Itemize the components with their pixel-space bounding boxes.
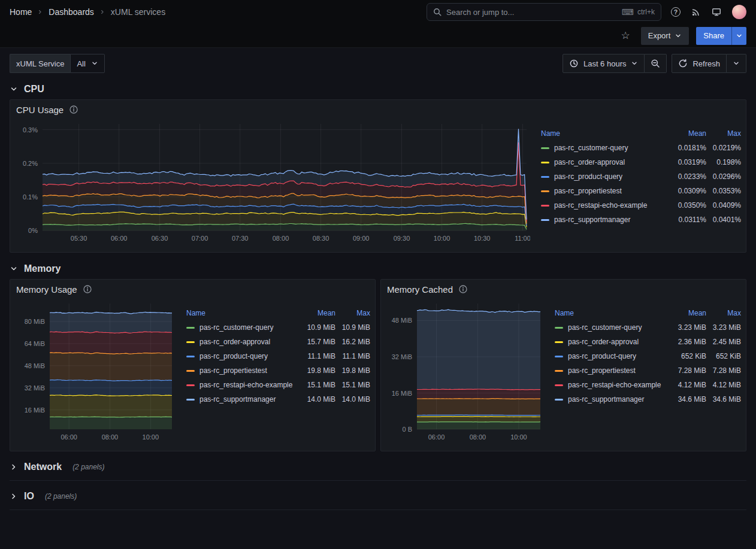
legend-header-mean[interactable]: Mean <box>669 309 706 317</box>
section-cpu[interactable]: CPU <box>10 84 746 95</box>
svg-text:64 MiB: 64 MiB <box>25 340 45 347</box>
legend-series-name[interactable]: pas-rc_customer-query <box>554 144 669 152</box>
svg-text:07:30: 07:30 <box>232 235 249 242</box>
legend-series-max: 652 KiB <box>706 352 741 360</box>
section-memory[interactable]: Memory <box>10 263 746 274</box>
legend-row[interactable]: pas-rc_order-approval0.0319%0.198% <box>541 155 741 169</box>
panel-title: CPU Usage <box>16 105 63 115</box>
legend-row[interactable]: pas-rc_order-approval2.36 MiB2.45 MiB <box>555 335 741 349</box>
legend-row[interactable]: pas-rc_product-query0.0233%0.0296% <box>541 169 741 184</box>
breadcrumb-home[interactable]: Home <box>10 7 32 17</box>
legend-row[interactable]: pas-rc_supportmanager0.0311%0.0401% <box>541 213 741 227</box>
legend-series-name[interactable]: pas-rc_product-query <box>554 172 669 181</box>
legend-series-name[interactable]: pas-rc_order-approval <box>554 158 669 166</box>
legend-series-mean: 652 KiB <box>669 352 706 360</box>
legend-row[interactable]: pas-rc_customer-query3.23 MiB3.23 MiB <box>555 320 741 335</box>
legend-row[interactable]: pas-rc_propertiestest7.28 MiB7.28 MiB <box>555 363 741 378</box>
breadcrumb-dashboards[interactable]: Dashboards <box>49 7 94 17</box>
section-memory-title: Memory <box>24 263 61 274</box>
news-button[interactable] <box>691 7 701 17</box>
dashboard-controls: xUML Service All Last 6 hours <box>10 54 746 73</box>
section-network[interactable]: Network (2 panels) <box>10 456 746 481</box>
kiosk-mode-button[interactable] <box>712 7 721 17</box>
section-io-note: (2 panels) <box>45 492 77 501</box>
legend-row[interactable]: pas-rc_restapi-echo-example15.1 MiB15.1 … <box>186 378 370 392</box>
legend-series-name[interactable]: pas-rc_supportmanager <box>554 216 669 224</box>
monitor-icon <box>712 7 721 17</box>
share-button[interactable]: Share <box>696 27 731 45</box>
legend-row[interactable]: pas-rc_supportmanager14.0 MiB14.0 MiB <box>186 392 370 407</box>
series-color-swatch <box>555 341 563 343</box>
legend-series-name[interactable]: pas-rc_product-query <box>199 352 298 360</box>
legend-series-name[interactable]: pas-rc_customer-query <box>568 323 669 332</box>
legend-header-max[interactable]: Max <box>706 129 741 138</box>
time-range-picker[interactable]: Last 6 hours <box>563 54 645 73</box>
legend-row[interactable]: pas-rc_propertiestest19.8 MiB19.8 MiB <box>186 363 370 378</box>
legend-header-mean[interactable]: Mean <box>669 129 706 138</box>
legend-row[interactable]: pas-rc_propertiestest0.0309%0.0353% <box>541 184 741 198</box>
legend-series-name[interactable]: pas-rc_supportmanager <box>568 395 669 404</box>
panel-memory-cached: Memory Cached 0 B16 MiB32 MiB48 MiB06:00… <box>380 279 746 451</box>
legend-series-max: 15.1 MiB <box>335 381 370 389</box>
legend-row[interactable]: pas-rc_customer-query10.9 MiB10.9 MiB <box>186 320 370 335</box>
legend-series-name[interactable]: pas-rc_product-query <box>568 352 669 360</box>
legend-series-name[interactable]: pas-rc_supportmanager <box>199 395 298 404</box>
legend-header-mean[interactable]: Mean <box>298 309 335 317</box>
legend-series-name[interactable]: pas-rc_customer-query <box>199 323 298 332</box>
legend-series-max: 3.23 MiB <box>706 323 741 332</box>
variable-value-dropdown[interactable]: All <box>70 54 104 73</box>
memory-cached-chart[interactable]: 0 B16 MiB32 MiB48 MiB06:0008:0010:00 <box>386 299 544 445</box>
legend-series-max: 34.6 MiB <box>706 395 741 404</box>
legend-row[interactable]: pas-rc_supportmanager34.6 MiB34.6 MiB <box>555 392 741 407</box>
info-icon[interactable] <box>459 285 467 293</box>
user-avatar[interactable] <box>732 5 746 19</box>
legend-row[interactable]: pas-rc_product-query11.1 MiB11.1 MiB <box>186 349 370 363</box>
legend-row[interactable]: pas-rc_restapi-echo-example0.0350%0.0409… <box>541 198 741 213</box>
series-color-swatch <box>186 341 195 343</box>
refresh-button[interactable]: Refresh <box>672 54 727 73</box>
rss-icon <box>691 7 701 17</box>
legend-series-name[interactable]: pas-rc_order-approval <box>568 338 669 346</box>
search-placeholder: Search or jump to... <box>446 8 514 17</box>
legend-series-name[interactable]: pas-rc_propertiestest <box>199 366 298 375</box>
share-dropdown-button[interactable] <box>731 27 746 45</box>
info-icon[interactable] <box>69 105 78 114</box>
svg-text:48 MiB: 48 MiB <box>392 317 412 324</box>
legend-series-name[interactable]: pas-rc_propertiestest <box>568 366 669 375</box>
svg-text:06:30: 06:30 <box>152 235 168 242</box>
legend-row[interactable]: pas-rc_customer-query0.0181%0.0219% <box>541 141 741 155</box>
export-button[interactable]: Export <box>641 27 690 45</box>
time-controls: Last 6 hours Refresh <box>563 54 746 73</box>
svg-text:05:30: 05:30 <box>71 235 87 242</box>
panel-memory-usage: Memory Usage 16 MiB32 MiB48 MiB64 MiB80 … <box>10 279 376 451</box>
legend-series-name[interactable]: pas-rc_order-approval <box>199 338 298 346</box>
star-button[interactable]: ☆ <box>621 29 630 42</box>
legend-header-max[interactable]: Max <box>706 309 741 317</box>
legend-series-name[interactable]: pas-rc_propertiestest <box>554 187 669 195</box>
legend-header-name: Name <box>186 309 298 317</box>
legend-series-mean: 0.0309% <box>669 187 706 195</box>
section-io-title: IO <box>24 491 34 502</box>
legend-row[interactable]: pas-rc_order-approval15.7 MiB16.2 MiB <box>186 335 370 349</box>
breadcrumb: Home Dashboards xUML services <box>10 7 417 17</box>
info-icon[interactable] <box>83 285 92 293</box>
zoom-out-button[interactable] <box>645 54 667 73</box>
refresh-interval-dropdown[interactable] <box>727 54 746 73</box>
search-input[interactable]: Search or jump to... ⌨ ctrl+k <box>427 3 661 21</box>
cpu-usage-chart[interactable]: 0%0.1%0.2%0.3%05:3006:0006:3007:0007:300… <box>15 119 530 246</box>
legend-series-name[interactable]: pas-rc_restapi-echo-example <box>199 381 298 389</box>
help-button[interactable]: ? <box>671 7 681 17</box>
legend-series-name[interactable]: pas-rc_restapi-echo-example <box>568 381 669 389</box>
memory-usage-chart[interactable]: 16 MiB32 MiB48 MiB64 MiB80 MiB06:0008:00… <box>15 299 176 445</box>
svg-text:0.1%: 0.1% <box>23 193 38 201</box>
share-label: Share <box>703 31 724 40</box>
legend-row[interactable]: pas-rc_restapi-echo-example4.12 MiB4.12 … <box>555 378 741 392</box>
dashboard-toolbar: ☆ Export Share <box>0 24 756 48</box>
section-io[interactable]: IO (2 panels) <box>10 486 746 510</box>
legend-header-max[interactable]: Max <box>335 309 370 317</box>
legend-row[interactable]: pas-rc_product-query652 KiB652 KiB <box>555 349 741 363</box>
refresh-group: Refresh <box>672 54 746 73</box>
svg-text:10:00: 10:00 <box>510 433 527 441</box>
legend-series-name[interactable]: pas-rc_restapi-echo-example <box>554 201 669 210</box>
legend-series-max: 14.0 MiB <box>335 395 370 404</box>
